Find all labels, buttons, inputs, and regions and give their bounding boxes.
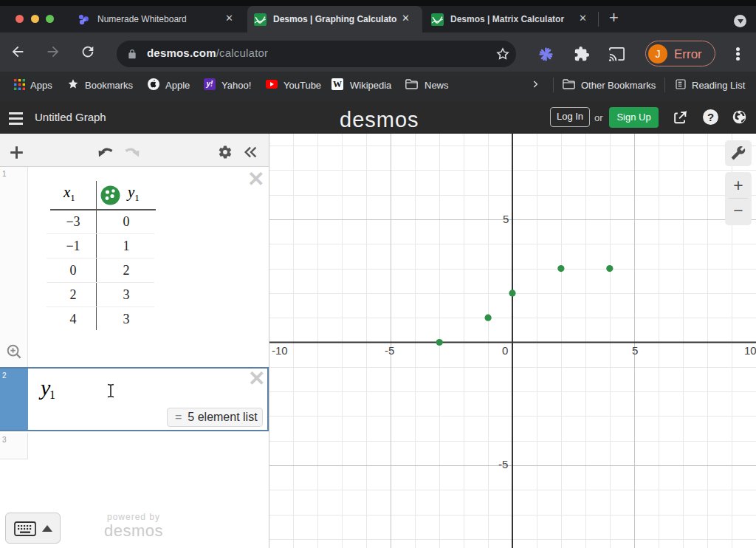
- svg-text:0: 0: [502, 344, 508, 357]
- svg-text:-10: -10: [272, 344, 288, 357]
- svg-text:10: 10: [744, 344, 756, 357]
- svg-text:5: 5: [503, 213, 509, 225]
- svg-text:-5: -5: [385, 344, 394, 357]
- svg-text:5: 5: [632, 344, 638, 357]
- svg-text:-5: -5: [498, 458, 508, 470]
